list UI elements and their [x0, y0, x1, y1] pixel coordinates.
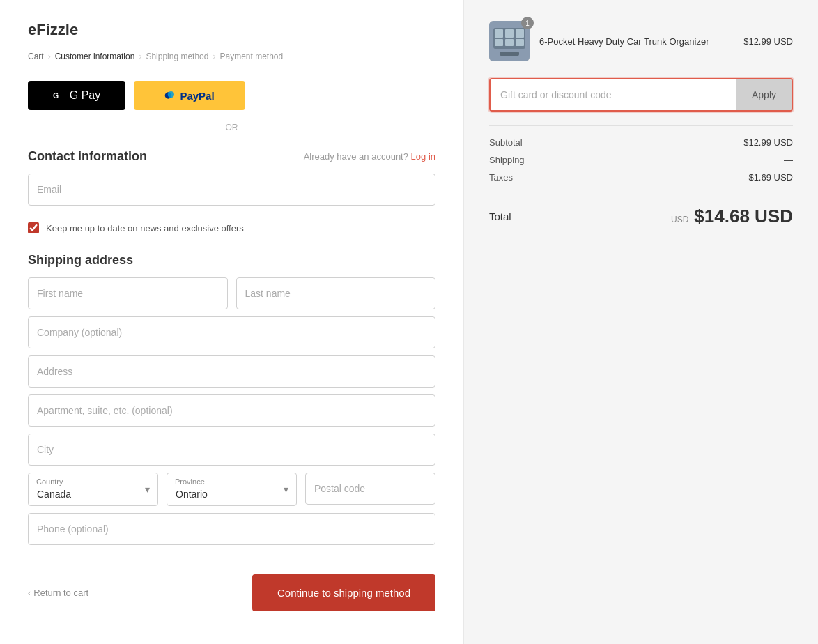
paypal-icon	[164, 90, 176, 101]
order-summary-panel: 1 6-Pocket Heavy Duty Car Trunk Organize…	[463, 0, 818, 644]
province-select[interactable]: Ontario British Columbia Quebec Alberta	[167, 473, 297, 506]
product-price: $12.99 USD	[743, 36, 793, 47]
total-value: $14.68 USD	[694, 206, 793, 227]
continue-button[interactable]: Continue to shipping method	[252, 574, 435, 611]
city-input[interactable]	[28, 434, 435, 466]
svg-rect-7	[516, 29, 524, 38]
return-to-cart-link[interactable]: ‹ Return to cart	[28, 588, 88, 598]
newsletter-checkbox[interactable]	[28, 222, 39, 233]
subtotal-line: Subtotal $12.99 USD	[489, 137, 793, 148]
shipping-value: —	[784, 155, 793, 165]
newsletter-checkbox-row: Keep me up to date on news and exclusive…	[28, 222, 435, 233]
province-select-wrap: Province Ontario British Columbia Quebec…	[167, 473, 297, 506]
breadcrumb-payment: Payment method	[219, 52, 283, 61]
paypal-button[interactable]: PayPal	[134, 81, 245, 110]
phone-field-wrap	[28, 513, 435, 545]
city-field-wrap	[28, 434, 435, 466]
shipping-section-title: Shipping address	[28, 253, 435, 268]
product-quantity-badge: 1	[521, 17, 534, 29]
email-field-wrap	[28, 174, 435, 206]
total-value-wrap: USD $14.68 USD	[671, 206, 793, 227]
svg-rect-8	[495, 39, 503, 46]
apartment-field-wrap	[28, 394, 435, 427]
login-link[interactable]: Log in	[411, 151, 435, 162]
company-input[interactable]	[28, 316, 435, 348]
bottom-navigation: ‹ Return to cart Continue to shipping me…	[28, 574, 435, 611]
product-row: 1 6-Pocket Heavy Duty Car Trunk Organize…	[489, 21, 793, 61]
total-row: Total USD $14.68 USD	[489, 194, 793, 227]
breadcrumb-shipping: Shipping method	[146, 52, 208, 61]
address-input[interactable]	[28, 355, 435, 388]
discount-code-row: Apply	[489, 78, 793, 112]
name-row	[28, 277, 435, 309]
svg-rect-11	[500, 52, 519, 56]
or-divider: OR	[28, 123, 435, 132]
total-label: Total	[489, 210, 511, 222]
phone-input[interactable]	[28, 513, 435, 545]
shipping-label: Shipping	[489, 155, 525, 165]
address-field-wrap	[28, 355, 435, 388]
company-field-wrap	[28, 316, 435, 348]
breadcrumb-sep-2: ›	[139, 52, 141, 61]
svg-rect-10	[516, 39, 524, 46]
taxes-line: Taxes $1.69 USD	[489, 172, 793, 183]
breadcrumb-sep-1: ›	[48, 52, 51, 61]
taxes-value: $1.69 USD	[748, 172, 793, 183]
summary-lines: Subtotal $12.99 USD Shipping — Taxes $1.…	[489, 125, 793, 183]
apartment-input[interactable]	[28, 394, 435, 427]
email-input[interactable]	[28, 174, 435, 206]
contact-header: Contact information Already have an acco…	[28, 149, 435, 164]
postal-code-input[interactable]	[305, 473, 435, 505]
contact-section-title: Contact information	[28, 149, 147, 164]
svg-rect-6	[505, 29, 514, 38]
apply-discount-button[interactable]: Apply	[736, 79, 792, 110]
svg-rect-9	[505, 39, 514, 46]
shipping-line: Shipping —	[489, 155, 793, 165]
product-info: 6-Pocket Heavy Duty Car Trunk Organizer	[539, 36, 734, 47]
country-select[interactable]: Canada United States	[28, 473, 158, 506]
breadcrumb-customer-info[interactable]: Customer information	[55, 52, 135, 61]
breadcrumb-sep-3: ›	[213, 52, 215, 61]
gpay-button[interactable]: G G Pay	[28, 81, 125, 110]
subtotal-label: Subtotal	[489, 137, 523, 148]
store-name: eFizzle	[28, 21, 435, 39]
return-label: Return to cart	[33, 588, 88, 598]
product-image-wrap: 1	[489, 21, 530, 61]
first-name-input[interactable]	[28, 277, 228, 309]
discount-input[interactable]	[491, 79, 736, 110]
svg-rect-5	[495, 29, 503, 38]
country-province-row: Country Canada United States ▾ Province …	[28, 473, 435, 506]
chevron-left-icon: ‹	[28, 588, 31, 598]
last-name-input[interactable]	[236, 277, 436, 309]
total-currency: USD	[671, 215, 688, 224]
gpay-icon: G	[53, 89, 65, 102]
postal-code-wrap	[305, 473, 435, 506]
breadcrumb: Cart › Customer information › Shipping m…	[28, 52, 435, 61]
paypal-label: PayPal	[180, 90, 214, 102]
breadcrumb-cart[interactable]: Cart	[28, 52, 44, 61]
country-select-wrap: Country Canada United States ▾	[28, 473, 158, 506]
login-prompt: Already have an account? Log in	[304, 151, 435, 162]
gpay-label: G Pay	[70, 89, 100, 102]
taxes-label: Taxes	[489, 172, 513, 183]
newsletter-label[interactable]: Keep me up to date on news and exclusive…	[46, 223, 244, 233]
svg-text:G: G	[53, 91, 59, 100]
product-name: 6-Pocket Heavy Duty Car Trunk Organizer	[539, 36, 734, 47]
express-payment-section: G G Pay PayPal	[28, 81, 435, 110]
subtotal-value: $12.99 USD	[743, 137, 793, 148]
svg-point-2	[168, 91, 174, 98]
